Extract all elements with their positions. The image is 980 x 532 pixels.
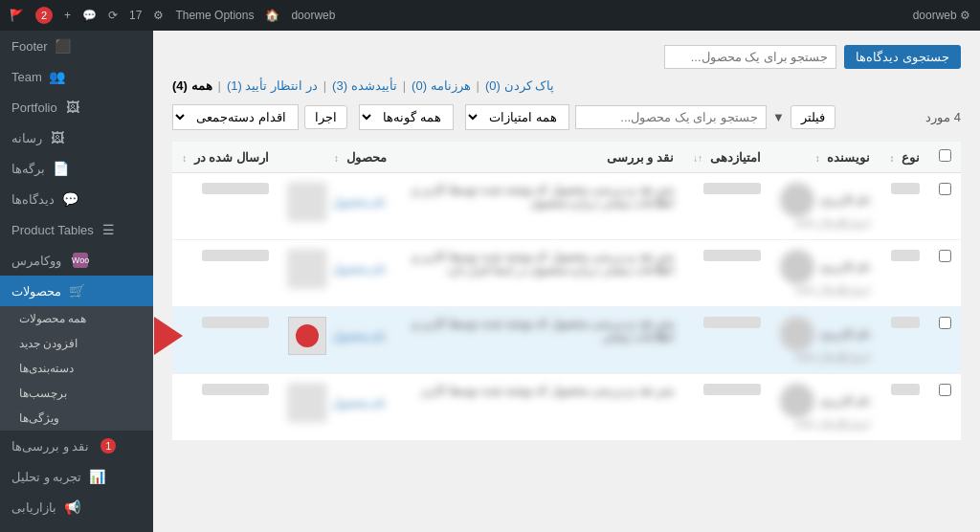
- table-row: نام کاربری ایمیل@مثال.com متن نقد و بررس…: [172, 173, 961, 240]
- rating-header[interactable]: امتیازدهی ↑↓: [683, 142, 770, 173]
- search-bar-area: جستجوی دیدگاه‌ها: [172, 45, 961, 69]
- sort-icon-date: ↕: [182, 153, 187, 164]
- date-value: [202, 183, 269, 194]
- review-cell: متن نقد و بررسی محصول که نوشته شده توسط …: [396, 307, 683, 374]
- date-value: [202, 250, 269, 261]
- tab-approved[interactable]: تأییدشده (3): [332, 78, 397, 93]
- cb-cell: [929, 173, 961, 240]
- bulk-action-select[interactable]: اقدام دسته‌جمعی: [172, 104, 299, 130]
- table-row: نام کاربری ایمیل@مثال.com متن نقد و بررس…: [172, 374, 961, 441]
- sidebar-item-portfolio[interactable]: 🖼 Portfolio: [0, 92, 153, 122]
- reviews-badge: 1: [100, 438, 116, 454]
- sidebar-item-tags-sub[interactable]: برچسب‌ها: [0, 381, 153, 406]
- cb-cell: [929, 240, 961, 307]
- rating-value: [703, 250, 761, 261]
- product-tables-icon: ☰: [101, 222, 117, 237]
- author-header[interactable]: نویسنده ↕: [770, 142, 880, 173]
- team-icon: 👥: [50, 69, 65, 84]
- sidebar-item-reviews[interactable]: 1 نقد و بررسی‌ها: [0, 431, 153, 461]
- sidebar-item-pages[interactable]: 📄 برگه‌ها: [0, 153, 153, 184]
- product-search-input[interactable]: [575, 105, 767, 129]
- sidebar-item-all-products[interactable]: همه محصولات: [0, 306, 153, 331]
- product-header[interactable]: محصول ↕: [278, 142, 396, 173]
- sidebar-item-marketing[interactable]: 📢 بازاریابی: [0, 492, 153, 522]
- filter-button[interactable]: فیلتر: [791, 105, 835, 129]
- rating-cell: [683, 240, 770, 307]
- notifications-badge[interactable]: 2: [35, 7, 53, 24]
- date-cell: [172, 240, 278, 307]
- tab-pending[interactable]: در انتظار تأیید (1): [227, 78, 318, 93]
- row-checkbox[interactable]: [939, 183, 951, 195]
- search-input[interactable]: [664, 45, 836, 69]
- sidebar-item-comments[interactable]: 💬 دیدگاه‌ها: [0, 184, 153, 214]
- comments-icon[interactable]: 💬: [82, 9, 97, 22]
- sidebar-item-media[interactable]: 🖼 رسانه: [0, 122, 153, 153]
- woo-icon: Woo: [73, 253, 88, 268]
- rating-cell: [683, 307, 770, 374]
- admin-bar-user[interactable]: doorweb: [291, 9, 335, 22]
- product-cell: نام محصول: [278, 240, 396, 307]
- row-checkbox[interactable]: [939, 317, 951, 329]
- sidebar-item-label: Portfolio: [11, 100, 57, 115]
- analytics-icon: 📊: [89, 469, 104, 484]
- sidebar: ⬛ Footer 👥 Team 🖼 Portfolio 🖼 رسانه 📄 بر…: [0, 31, 153, 532]
- item-count: 4 مورد: [925, 110, 961, 124]
- date-cell: [172, 173, 278, 240]
- sidebar-item-woocommerce[interactable]: Woo ووکامرس: [0, 245, 153, 276]
- plus-icon[interactable]: +: [64, 9, 71, 22]
- sidebar-item-label: ویژگی‌ها: [19, 411, 59, 425]
- all-filters-select[interactable]: همه امتیازات: [465, 104, 569, 130]
- updates-count[interactable]: 17: [129, 9, 142, 22]
- date-cell: [172, 307, 278, 374]
- footer-icon: ⬛: [56, 38, 71, 54]
- search-reviews-button[interactable]: جستجوی دیدگاه‌ها: [844, 45, 961, 69]
- comments-nav-icon: 💬: [62, 191, 78, 207]
- review-cell: متن نقد و بررسی محصول که نوشته شده توسط …: [396, 374, 683, 441]
- sidebar-item-footer[interactable]: ⬛ Footer: [0, 31, 153, 61]
- execute-button[interactable]: اجرا: [304, 105, 347, 129]
- wordpress-icon: ⚙: [960, 9, 970, 22]
- sidebar-item-featured[interactable]: ویژگی‌ها: [0, 406, 153, 431]
- row-checkbox[interactable]: [939, 250, 951, 262]
- sidebar-item-label: برگه‌ها: [11, 162, 45, 176]
- sidebar-item-label: تجربه و تحلیل: [11, 470, 81, 484]
- home-icon[interactable]: 🏠: [265, 9, 279, 22]
- tab-trash[interactable]: پاک کردن (0): [485, 78, 554, 93]
- type-value: [891, 250, 920, 261]
- author-cell: نام کاربری ایمیل@مثال.com: [770, 173, 880, 240]
- date-header[interactable]: ارسال شده در ↕: [172, 142, 278, 173]
- type-cell: [880, 173, 929, 240]
- sidebar-item-label: نقد و بررسی‌ها: [11, 439, 89, 454]
- type-header[interactable]: نوع ↕: [880, 142, 929, 173]
- sidebar-item-add-new[interactable]: افزودن جدید: [0, 331, 153, 356]
- sidebar-item-label: محصولات: [11, 284, 61, 299]
- sidebar-item-product-tables[interactable]: ☰ Product Tables: [0, 214, 153, 245]
- all-categories-select[interactable]: همه گونه‌ها: [359, 104, 454, 130]
- toolbar-row: 4 مورد فیلتر ▼ همه امتیازات همه گونه‌ها …: [172, 104, 961, 130]
- admin-bar-right: doorweb 🏠 Theme Options ⚙ 17 ⟳ 💬 + 2 🚩: [10, 7, 335, 24]
- cb-cell: [929, 374, 961, 441]
- row-checkbox[interactable]: [939, 384, 951, 396]
- select-all-checkbox[interactable]: [939, 149, 951, 162]
- sidebar-item-categories[interactable]: دسته‌بندی‌ها: [0, 356, 153, 381]
- theme-options-link[interactable]: Theme Options: [175, 9, 254, 22]
- sort-icon-author: ↕: [815, 153, 820, 164]
- sort-icon-rating: ↑↓: [693, 153, 702, 164]
- tab-all[interactable]: همه (4): [172, 78, 212, 93]
- cb-header: [929, 142, 961, 173]
- flag-icon: 🚩: [10, 9, 24, 22]
- date-value: [202, 384, 269, 395]
- review-cell: متن نقد و بررسی محصول که نوشته شده توسط …: [396, 173, 683, 240]
- site-name[interactable]: ⚙ doorweb: [913, 9, 970, 22]
- search-bar-right: جستجوی دیدگاه‌ها: [664, 45, 961, 69]
- rating-value: [703, 384, 761, 395]
- toolbar-right: فیلتر ▼ همه امتیازات همه گونه‌ها اجرا اق…: [172, 104, 835, 130]
- sidebar-item-team[interactable]: 👥 Team: [0, 61, 153, 92]
- sidebar-item-label: دیدگاه‌ها: [11, 192, 55, 207]
- sidebar-item-products[interactable]: 🛒 محصولات: [0, 276, 153, 306]
- rating-cell: [683, 173, 770, 240]
- type-value: [891, 384, 920, 395]
- sidebar-item-analytics[interactable]: 📊 تجربه و تحلیل: [0, 461, 153, 492]
- sidebar-item-label: برچسب‌ها: [19, 387, 67, 400]
- tab-spam[interactable]: هرزنامه (0): [412, 78, 471, 93]
